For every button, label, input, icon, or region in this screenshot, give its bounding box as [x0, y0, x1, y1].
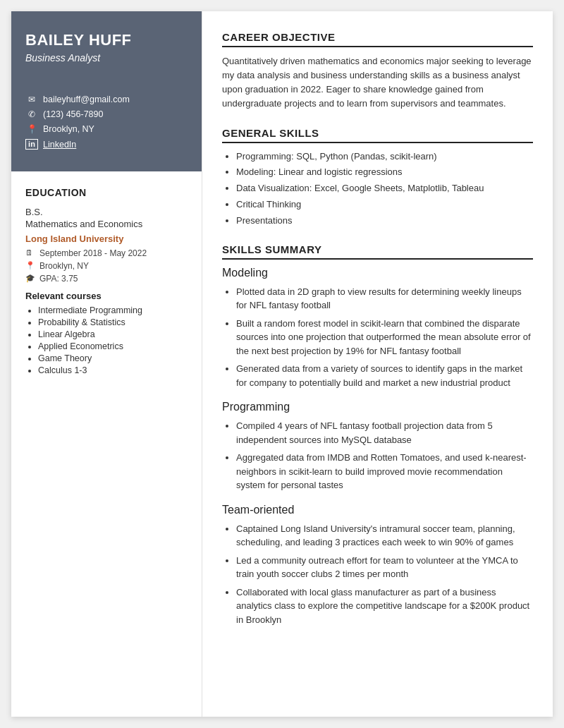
- gpa-icon: 🎓: [25, 274, 35, 283]
- phone-value: (123) 456-7890: [43, 109, 103, 119]
- resume-container: BAILEY HUFF Business Analyst ✉ baileyhuf…: [11, 11, 553, 717]
- general-skills-title: GENERAL SKILLS: [222, 127, 533, 143]
- bullet-item: Collaborated with local glass manufactur…: [236, 586, 533, 627]
- skill-item: Data Visualization: Excel, Google Sheets…: [236, 182, 533, 195]
- course-item: Game Theory: [38, 353, 188, 363]
- skill-item: Programming: SQL, Python (Pandas, scikit…: [236, 150, 533, 164]
- bullet-item: Built a random forest model in scikit-le…: [236, 317, 533, 358]
- skills-summary-section: SKILLS SUMMARY Modeling Plotted data in …: [222, 243, 533, 627]
- skill-item: Critical Thinking: [236, 198, 533, 212]
- skills-summary-title: SKILLS SUMMARY: [222, 243, 533, 260]
- course-item: Linear Algebra: [38, 329, 188, 339]
- candidate-name: BAILEY HUFF: [25, 31, 188, 49]
- career-objective-section: CAREER OBJECTIVE Quantitatively driven m…: [222, 31, 533, 111]
- main-content: CAREER OBJECTIVE Quantitatively driven m…: [202, 11, 553, 717]
- career-objective-title: CAREER OBJECTIVE: [222, 31, 533, 47]
- contact-linkedin[interactable]: in LinkedIn: [25, 139, 188, 150]
- sidebar-header: BAILEY HUFF Business Analyst: [11, 11, 202, 83]
- linkedin-icon: in: [25, 139, 38, 150]
- career-objective-text: Quantitatively driven mathematics and ec…: [222, 54, 533, 111]
- course-item: Calculus 1-3: [38, 365, 188, 375]
- edu-field: Mathematics and Economics: [25, 219, 188, 229]
- education-section: EDUCATION B.S. Mathematics and Economics…: [11, 171, 202, 393]
- course-item: Intermediate Programming: [38, 305, 188, 315]
- modeling-subsection: Modeling Plotted data in 2D graph to vie…: [222, 267, 533, 390]
- course-item: Applied Econometrics: [38, 341, 188, 351]
- edu-gpa: 🎓 GPA: 3.75: [25, 274, 188, 284]
- linkedin-link[interactable]: LinkedIn: [43, 140, 76, 150]
- bullet-item: Generated data from a variety of sources…: [236, 362, 533, 389]
- bullet-item: Compiled 4 years of NFL fantasy football…: [236, 419, 533, 447]
- team-oriented-bullets: Captained Long Island University's intra…: [222, 522, 533, 627]
- contact-section: ✉ baileyhuff@gmail.com ✆ (123) 456-7890 …: [11, 83, 202, 171]
- modeling-bullets: Plotted data in 2D graph to view results…: [222, 285, 533, 390]
- bullet-item: Plotted data in 2D graph to view results…: [236, 285, 533, 313]
- courses-list: Intermediate Programming Probability & S…: [25, 305, 188, 375]
- contact-email: ✉ baileyhuff@gmail.com: [25, 95, 188, 104]
- contact-location: 📍 Brooklyn, NY: [25, 124, 188, 134]
- edu-degree: B.S.: [25, 207, 188, 217]
- email-icon: ✉: [25, 95, 38, 104]
- edu-school: Long Island University: [25, 233, 188, 244]
- team-oriented-subsection: Team-oriented Captained Long Island Univ…: [222, 504, 533, 627]
- edu-city: 📍 Brooklyn, NY: [25, 261, 188, 271]
- modeling-title: Modeling: [222, 267, 533, 279]
- programming-bullets: Compiled 4 years of NFL fantasy football…: [222, 419, 533, 492]
- bullet-item: Aggregated data from IMDB and Rotten Tom…: [236, 451, 533, 492]
- bullet-item: Led a community outreach effort for team…: [236, 554, 533, 581]
- location-value: Brooklyn, NY: [43, 124, 94, 134]
- calendar-icon: 🗓: [25, 248, 35, 257]
- email-value: baileyhuff@gmail.com: [43, 95, 130, 104]
- education-title: EDUCATION: [25, 187, 188, 198]
- general-skills-list: Programming: SQL, Python (Pandas, scikit…: [222, 150, 533, 228]
- map-icon: 📍: [25, 261, 35, 270]
- programming-subsection: Programming Compiled 4 years of NFL fant…: [222, 401, 533, 492]
- candidate-title: Business Analyst: [25, 52, 188, 63]
- general-skills-section: GENERAL SKILLS Programming: SQL, Python …: [222, 127, 533, 228]
- sidebar: BAILEY HUFF Business Analyst ✉ baileyhuf…: [11, 11, 202, 717]
- edu-dates: 🗓 September 2018 - May 2022: [25, 248, 188, 258]
- contact-phone: ✆ (123) 456-7890: [25, 109, 188, 119]
- location-icon: 📍: [25, 124, 38, 134]
- phone-icon: ✆: [25, 109, 38, 119]
- programming-title: Programming: [222, 401, 533, 413]
- relevant-courses-label: Relevant courses: [25, 291, 188, 301]
- team-oriented-title: Team-oriented: [222, 504, 533, 516]
- bullet-item: Captained Long Island University's intra…: [236, 522, 533, 550]
- course-item: Probability & Statistics: [38, 317, 188, 327]
- skill-item: Modeling: Linear and logistic regression…: [236, 166, 533, 179]
- skill-item: Presentations: [236, 214, 533, 228]
